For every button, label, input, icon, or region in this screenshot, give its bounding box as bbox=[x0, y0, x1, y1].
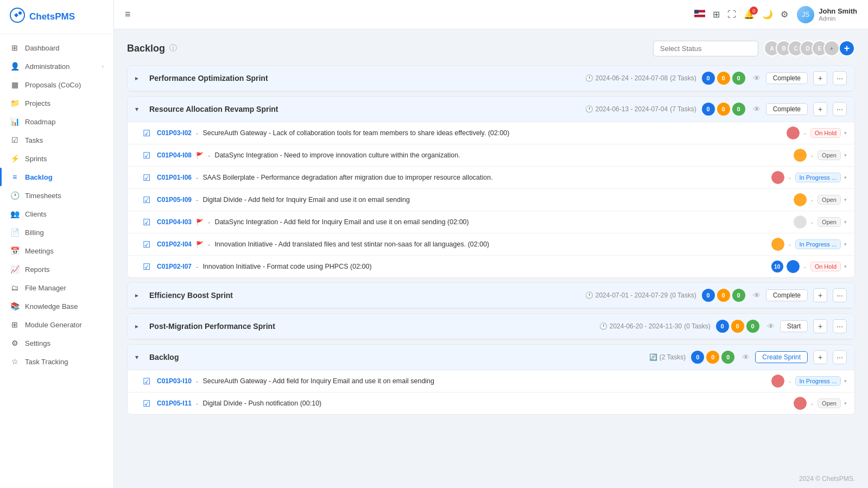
sprint-eye-icon[interactable]: 👁 bbox=[753, 74, 761, 83]
sprint-more-button[interactable]: ··· bbox=[833, 71, 847, 85]
task-id[interactable]: C01P03-I10 bbox=[157, 377, 192, 385]
page-info-icon[interactable]: ⓘ bbox=[169, 43, 177, 53]
status-dropdown-arrow[interactable]: ▾ bbox=[844, 153, 847, 158]
settings-icon[interactable]: ⚙ bbox=[781, 9, 788, 20]
sidebar-item-projects[interactable]: 📁 Projects bbox=[0, 94, 113, 112]
sidebar-item-file-manager[interactable]: 🗂 File Manager bbox=[0, 278, 113, 297]
task-status-badge[interactable]: In Progress ... bbox=[795, 239, 841, 249]
task-status-badge[interactable]: Open bbox=[818, 150, 841, 160]
status-dropdown-arrow[interactable]: ▾ bbox=[844, 197, 847, 202]
task-checkbox[interactable]: ☑ bbox=[143, 376, 153, 386]
status-dropdown-arrow[interactable]: ▾ bbox=[844, 219, 847, 225]
task-id[interactable]: C01P02-I04 bbox=[157, 240, 192, 248]
task-status-badge[interactable]: In Progress ... bbox=[795, 173, 841, 182]
task-status-badge[interactable]: Open bbox=[818, 195, 841, 205]
task-checkbox[interactable]: ☑ bbox=[143, 195, 153, 205]
status-expand-arrow[interactable]: ⌄ bbox=[788, 378, 792, 384]
dark-mode-icon[interactable]: 🌙 bbox=[762, 9, 773, 20]
task-status-badge[interactable]: In Progress ... bbox=[795, 376, 841, 386]
sprint-more-button[interactable]: ··· bbox=[833, 319, 847, 333]
sidebar-item-billing[interactable]: 📄 Billing bbox=[0, 223, 113, 242]
sidebar-item-reports[interactable]: 📈 Reports bbox=[0, 260, 113, 278]
sidebar-item-settings[interactable]: ⚙ Settings bbox=[0, 334, 113, 352]
select-status-input[interactable] bbox=[653, 41, 758, 56]
sprint-more-button[interactable]: ··· bbox=[833, 350, 847, 364]
task-id[interactable]: C01P05-I09 bbox=[157, 196, 192, 204]
task-status-badge[interactable]: Open bbox=[818, 398, 841, 408]
sprint-eye-icon[interactable]: 👁 bbox=[742, 353, 750, 362]
sidebar-item-administration[interactable]: 👤 Administration › bbox=[0, 57, 113, 75]
task-checkbox[interactable]: ☑ bbox=[143, 262, 153, 272]
task-status-badge[interactable]: On Hold bbox=[810, 262, 841, 271]
status-expand-arrow[interactable]: ⌄ bbox=[803, 264, 807, 269]
status-expand-arrow[interactable]: ⌄ bbox=[810, 197, 814, 202]
sidebar-item-clients[interactable]: 👥 Clients bbox=[0, 205, 113, 223]
sprint-action-button[interactable]: Create Sprint bbox=[755, 351, 808, 363]
sprint-add-button[interactable]: + bbox=[813, 319, 827, 333]
task-id[interactable]: C01P02-I07 bbox=[157, 263, 192, 270]
sidebar-item-module-generator[interactable]: ⊞ Module Generator bbox=[0, 315, 113, 334]
sidebar-item-meetings[interactable]: 📅 Meetings bbox=[0, 242, 113, 260]
task-checkbox[interactable]: ☑ bbox=[143, 150, 153, 161]
sprint-eye-icon[interactable]: 👁 bbox=[753, 291, 761, 300]
status-expand-arrow[interactable]: ⌄ bbox=[788, 242, 792, 247]
sprint-toggle[interactable]: ▸ bbox=[135, 291, 144, 299]
sidebar-item-proposals[interactable]: ▦ Proposals (CoCo) bbox=[0, 75, 113, 94]
sprint-more-button[interactable]: ··· bbox=[833, 102, 847, 116]
task-id[interactable]: C01P03-I02 bbox=[157, 129, 192, 137]
sprint-add-button[interactable]: + bbox=[813, 71, 827, 85]
user-profile[interactable]: JS John Smith Admin bbox=[797, 6, 857, 23]
sidebar-item-tasks[interactable]: ☑ Tasks bbox=[0, 131, 113, 149]
sidebar-item-roadmap[interactable]: 📊 Roadmap bbox=[0, 112, 113, 131]
task-checkbox[interactable]: ☑ bbox=[143, 128, 153, 138]
sprint-add-button[interactable]: + bbox=[813, 350, 827, 364]
sprint-add-button[interactable]: + bbox=[813, 288, 827, 302]
task-status-badge[interactable]: Open bbox=[818, 217, 841, 227]
notification-icon[interactable]: 🔔 0 bbox=[744, 9, 755, 20]
sprint-toggle[interactable]: ▾ bbox=[135, 353, 144, 361]
sprint-eye-icon[interactable]: 👁 bbox=[753, 105, 761, 113]
sprint-action-button[interactable]: Complete bbox=[766, 72, 808, 84]
logo[interactable]: ChetsPMS bbox=[0, 0, 113, 34]
task-id[interactable]: C01P01-I06 bbox=[157, 174, 192, 181]
sprint-toggle[interactable]: ▾ bbox=[135, 105, 144, 113]
sprint-add-button[interactable]: + bbox=[813, 102, 827, 116]
task-id[interactable]: C01P04-I08 bbox=[157, 151, 192, 159]
sidebar-item-timesheets[interactable]: 🕐 Timesheets bbox=[0, 186, 113, 205]
add-member-button[interactable]: + bbox=[839, 40, 855, 56]
task-id[interactable]: C01P04-I03 bbox=[157, 218, 192, 226]
member-avatar-6[interactable]: + bbox=[823, 40, 840, 56]
sprint-action-button[interactable]: Start bbox=[780, 320, 808, 332]
task-checkbox[interactable]: ☑ bbox=[143, 398, 153, 409]
sprint-action-button[interactable]: Complete bbox=[766, 103, 808, 115]
fullscreen-icon[interactable]: ⛶ bbox=[727, 10, 736, 20]
status-dropdown-arrow[interactable]: ▾ bbox=[844, 378, 847, 384]
hamburger-button[interactable]: ≡ bbox=[125, 9, 131, 20]
status-expand-arrow[interactable]: ⌄ bbox=[810, 153, 814, 158]
sidebar-item-sprints[interactable]: ⚡ Sprints bbox=[0, 149, 113, 168]
sidebar-item-task-tracking[interactable]: ☆ Task Tracking bbox=[0, 352, 113, 371]
task-checkbox[interactable]: ☑ bbox=[143, 239, 153, 250]
status-dropdown-arrow[interactable]: ▾ bbox=[844, 130, 847, 136]
status-dropdown-arrow[interactable]: ▾ bbox=[844, 175, 847, 180]
sprint-action-button[interactable]: Complete bbox=[766, 289, 808, 301]
flag-icon[interactable] bbox=[694, 10, 705, 20]
sprint-more-button[interactable]: ··· bbox=[833, 288, 847, 302]
status-expand-arrow[interactable]: ⌄ bbox=[788, 175, 792, 180]
apps-icon[interactable]: ⊞ bbox=[713, 9, 720, 20]
sidebar-item-knowledge-base[interactable]: 📚 Knowledge Base bbox=[0, 297, 113, 315]
sprint-toggle[interactable]: ▸ bbox=[135, 74, 144, 82]
status-dropdown-arrow[interactable]: ▾ bbox=[844, 401, 847, 406]
sidebar-item-dashboard[interactable]: ⊞ Dashboard bbox=[0, 39, 113, 57]
task-status-badge[interactable]: On Hold bbox=[810, 128, 841, 138]
sprint-eye-icon[interactable]: 👁 bbox=[767, 322, 775, 331]
sidebar-item-backlog[interactable]: ≡ Backlog bbox=[0, 168, 113, 186]
status-dropdown-arrow[interactable]: ▾ bbox=[844, 264, 847, 269]
status-expand-arrow[interactable]: ⌄ bbox=[810, 219, 814, 225]
task-checkbox[interactable]: ☑ bbox=[143, 173, 153, 183]
status-expand-arrow[interactable]: ⌄ bbox=[803, 130, 807, 136]
task-checkbox[interactable]: ☑ bbox=[143, 217, 153, 227]
status-dropdown-arrow[interactable]: ▾ bbox=[844, 242, 847, 247]
status-expand-arrow[interactable]: ⌄ bbox=[810, 401, 814, 406]
task-id[interactable]: C01P05-I11 bbox=[157, 400, 192, 407]
